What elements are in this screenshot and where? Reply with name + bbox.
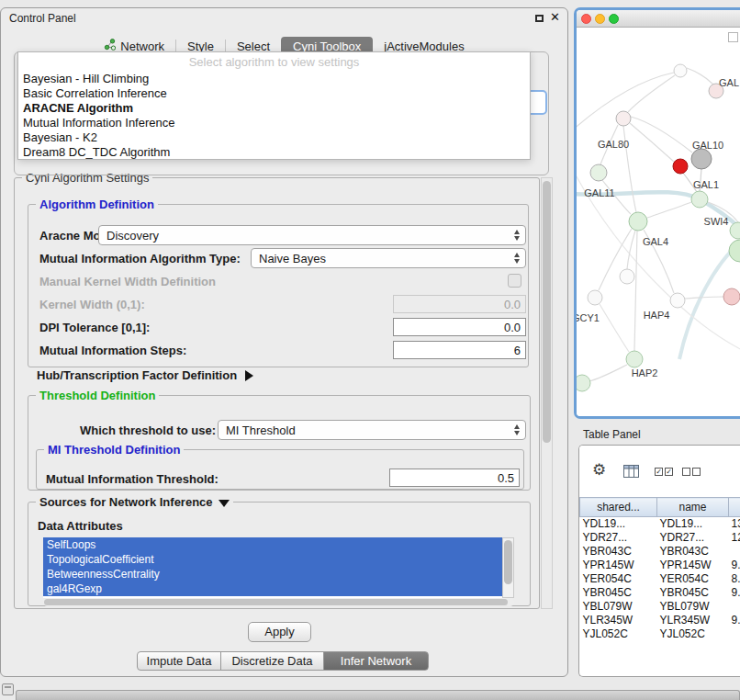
- table-cell[interactable]: YBR043C: [580, 545, 657, 559]
- table-cell[interactable]: 8.: [729, 572, 740, 586]
- table-cell[interactable]: YER054C: [580, 572, 657, 586]
- scrollbar-thumb[interactable]: [504, 540, 512, 584]
- table-cell[interactable]: [729, 627, 740, 641]
- table-panel-title: Table Panel: [583, 428, 641, 441]
- network-node[interactable]: [590, 164, 607, 181]
- attribute-item-selected[interactable]: BetweennessCentrality: [43, 567, 502, 581]
- dropdown-item-selected[interactable]: ARACNE Algorithm: [18, 101, 530, 116]
- table-row[interactable]: YER054CYER054C8.: [580, 572, 740, 586]
- table-cell[interactable]: YBR043C: [657, 545, 729, 559]
- table-cell[interactable]: YBL079W: [657, 600, 729, 614]
- column-header-name[interactable]: name: [657, 498, 729, 517]
- attribute-item-selected[interactable]: gal4RGexp: [43, 581, 502, 596]
- table-row[interactable]: YPR145WYPR145W9.: [580, 559, 740, 572]
- which-threshold-select[interactable]: MI Threshold: [218, 420, 526, 440]
- table-cell[interactable]: 9.: [729, 586, 740, 600]
- aracne-mode-select[interactable]: Discovery: [98, 225, 526, 245]
- table-row[interactable]: YDR27...YDR27...12: [580, 531, 740, 545]
- table-cell[interactable]: [729, 545, 740, 559]
- apply-button[interactable]: Apply: [248, 622, 311, 642]
- mi-threshold-input[interactable]: 0.5: [389, 469, 520, 487]
- node-label: GAL4: [643, 236, 668, 247]
- scrollbar-thumb[interactable]: [44, 599, 508, 605]
- table-row[interactable]: YDL19...YDL19...13: [580, 517, 740, 531]
- float-window-icon[interactable]: [535, 15, 544, 22]
- dropdown-item[interactable]: Bayesian - Hill Climbing: [18, 72, 530, 86]
- network-node[interactable]: [674, 64, 687, 77]
- minimize-traffic-light[interactable]: [595, 14, 605, 24]
- close-traffic-light[interactable]: [581, 14, 591, 24]
- table-cell[interactable]: YER054C: [657, 572, 729, 586]
- tab-impute-data[interactable]: Impute Data: [137, 651, 221, 671]
- dropdown-item[interactable]: Bayesian - K2: [18, 130, 530, 145]
- network-canvas[interactable]: GALGAL80GAL10GAL11GAL1SWI4GAL4GCY1HAP4HA…: [577, 28, 740, 416]
- table-cell[interactable]: YDR27...: [657, 531, 729, 545]
- column-header-shared-name[interactable]: shared...: [580, 498, 657, 517]
- table-cell[interactable]: YLR345W: [580, 614, 657, 627]
- manual-kernel-checkbox[interactable]: [508, 274, 521, 288]
- dpi-tolerance-input[interactable]: 0.0: [393, 318, 526, 336]
- settings-scrollbar[interactable]: [541, 177, 553, 609]
- attribute-list-hscrollbar[interactable]: [43, 598, 514, 606]
- dropdown-item[interactable]: Mutual Information Inference: [18, 116, 530, 130]
- table-cell[interactable]: YPR145W: [657, 559, 729, 572]
- table-cell[interactable]: YLR345W: [657, 614, 729, 627]
- table-cell[interactable]: 12: [729, 531, 740, 545]
- network-node[interactable]: [673, 159, 688, 174]
- dropdown-item[interactable]: Dream8 DC_TDC Algorithm: [18, 145, 530, 160]
- network-node[interactable]: [588, 290, 602, 305]
- dropdown-item[interactable]: Basic Correlation Inference: [18, 86, 530, 101]
- table-cell[interactable]: 9.: [729, 559, 740, 572]
- network-node[interactable]: [629, 212, 647, 231]
- close-icon[interactable]: ✕: [550, 10, 560, 24]
- mi-steps-input[interactable]: 6: [393, 341, 526, 359]
- attribute-list-vscrollbar[interactable]: [502, 537, 514, 598]
- network-node[interactable]: [620, 269, 634, 284]
- sources-collapse-toggle[interactable]: Sources for Network Inference: [36, 495, 233, 509]
- column-header-cut[interactable]: [729, 498, 740, 517]
- table-cell[interactable]: YBR045C: [657, 586, 729, 600]
- zoom-traffic-light[interactable]: [609, 14, 619, 24]
- network-node[interactable]: [616, 111, 631, 126]
- network-node[interactable]: [691, 191, 708, 208]
- column-selector-icon[interactable]: [623, 465, 639, 480]
- table-cell[interactable]: YBR045C: [580, 586, 657, 600]
- table-cell[interactable]: YDL19...: [580, 517, 657, 531]
- network-node[interactable]: [729, 240, 740, 262]
- table-cell[interactable]: YDR27...: [580, 531, 657, 545]
- mi-algorithm-type-select[interactable]: Naive Bayes: [251, 248, 526, 268]
- scrollbar-button[interactable]: [728, 32, 738, 42]
- table-cell[interactable]: 9.: [729, 614, 740, 627]
- gear-icon[interactable]: ⚙: [592, 462, 606, 478]
- network-node[interactable]: [626, 351, 643, 367]
- table-cell[interactable]: YPR145W: [580, 559, 657, 572]
- network-node[interactable]: [670, 293, 685, 308]
- table-cell[interactable]: YDL19...: [657, 517, 729, 531]
- attribute-item-selected[interactable]: SelfLoops: [43, 537, 502, 552]
- collapsed-panel-icon[interactable]: [2, 683, 14, 695]
- combo-arrows-icon: [514, 230, 520, 241]
- kernel-width-input[interactable]: 0.0: [393, 295, 526, 313]
- deselect-all-icon[interactable]: [682, 468, 701, 476]
- table-row[interactable]: YJL052CYJL052C: [580, 627, 740, 641]
- table-cell[interactable]: YJL052C: [580, 627, 657, 641]
- tab-infer-network[interactable]: Infer Network: [323, 651, 429, 671]
- network-node[interactable]: [723, 288, 740, 305]
- network-node[interactable]: [577, 375, 590, 391]
- table-row[interactable]: YBL079WYBL079W: [580, 600, 740, 614]
- network-node[interactable]: [691, 149, 712, 169]
- scrollbar-thumb[interactable]: [543, 181, 551, 443]
- tab-discretize-data[interactable]: Discretize Data: [220, 651, 324, 671]
- table-row[interactable]: YBR045CYBR045C9.: [580, 586, 740, 600]
- network-node[interactable]: [730, 222, 740, 239]
- table-cell[interactable]: YBL079W: [580, 600, 657, 614]
- attribute-item-selected[interactable]: TopologicalCoefficient: [43, 552, 502, 567]
- table-cell[interactable]: YJL052C: [657, 627, 729, 641]
- table-cell[interactable]: 13: [729, 517, 740, 531]
- table-row[interactable]: YLR345WYLR345W9.: [580, 614, 740, 627]
- select-all-icon[interactable]: ✓✓: [655, 468, 673, 476]
- table-row[interactable]: YBR043CYBR043C: [580, 545, 740, 559]
- table-cell[interactable]: [729, 600, 740, 614]
- algorithm-definition-title: Algorithm Definition: [36, 198, 158, 211]
- hub-definition-toggle[interactable]: Hub/Transcription Factor Definition: [37, 368, 253, 382]
